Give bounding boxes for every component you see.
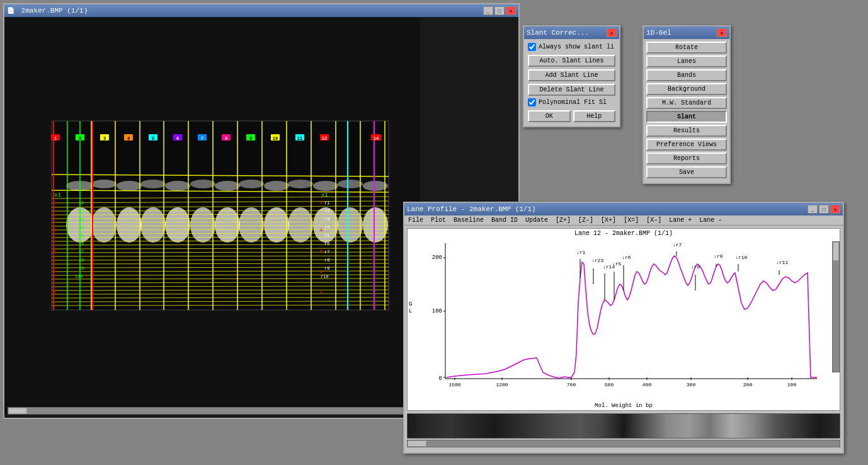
svg-text:1500: 1500 — [448, 382, 460, 388]
slant-dialog-close-button[interactable]: ✕ — [607, 28, 617, 37]
lane-profile-titlebar: Lane Profile - 2maker.BMP (1/1) _ □ ✕ — [404, 203, 843, 215]
slant-ok-button[interactable]: OK — [528, 110, 571, 122]
preference-views-button[interactable]: Preference Views — [646, 139, 727, 151]
always-show-slant-checkbox[interactable] — [528, 43, 536, 51]
svg-point-22 — [239, 180, 264, 188]
svg-text:1200: 1200 — [496, 382, 508, 388]
svg-text:200: 200 — [743, 382, 753, 388]
svg-text:r2: r2 — [324, 209, 329, 214]
main-window-title: 📄 2maker.BMP (1/1) — [7, 7, 88, 14]
svg-text:5: 5 — [152, 136, 154, 141]
svg-text:0: 0 — [439, 376, 442, 382]
menu-x-equal[interactable]: [X=] — [622, 216, 640, 224]
svg-point-27 — [363, 181, 388, 191]
chart-title: Lane 12 - 2maker.BMP (1/1) — [408, 229, 840, 238]
svg-point-17 — [117, 181, 142, 191]
svg-text:+: + — [52, 227, 56, 234]
rotate-button[interactable]: Rotate — [646, 42, 727, 54]
svg-text:r7: r7 — [324, 250, 329, 255]
main-scrollbar-thumb[interactable] — [8, 408, 27, 414]
svg-point-21 — [215, 181, 240, 191]
slant-help-button[interactable]: Help — [573, 110, 616, 122]
menu-x-minus[interactable]: [X-] — [645, 216, 663, 224]
maximize-button[interactable]: □ — [494, 6, 505, 15]
menu-zoom-out[interactable]: [Z-] — [577, 216, 595, 224]
slant-button[interactable]: Slant — [646, 111, 727, 123]
lane-profile-close-button[interactable]: ✕ — [830, 205, 840, 214]
svg-text:s10: s10 — [75, 274, 83, 279]
svg-text:+: + — [52, 248, 56, 255]
menu-zoom-in[interactable]: [Z+] — [554, 216, 572, 224]
svg-point-14 — [363, 207, 388, 243]
gel-panel-titlebar: 1D-Gel ✕ — [644, 26, 729, 39]
menu-plot[interactable]: Plot — [430, 216, 447, 224]
always-show-checkbox-row: Always show slant li — [528, 43, 615, 51]
menu-update[interactable]: Update — [524, 216, 549, 224]
gel-panel-title: 1D-Gel — [646, 29, 671, 37]
svg-text:10: 10 — [273, 136, 278, 141]
svg-text:11: 11 — [297, 136, 302, 141]
svg-text:700: 700 — [567, 382, 576, 388]
close-button[interactable]: ✕ — [506, 6, 516, 15]
svg-text:300: 300 — [687, 382, 696, 388]
svg-text:+: + — [52, 200, 56, 207]
svg-text:s2: s2 — [79, 209, 84, 214]
svg-text:+: + — [319, 289, 323, 296]
svg-text:400: 400 — [642, 382, 652, 388]
always-show-slant-label: Always show slant li — [539, 43, 614, 50]
polynomial-fit-checkbox[interactable] — [528, 98, 536, 106]
background-button[interactable]: Background — [646, 83, 727, 95]
svg-text:+: + — [52, 269, 56, 276]
slant-dialog-title: Slant Correc... — [527, 29, 589, 37]
svg-text:14: 14 — [374, 136, 379, 141]
svg-text:1: 1 — [54, 136, 57, 141]
menu-band-id[interactable]: Band ID — [490, 216, 519, 224]
gel-panel-close-button[interactable]: ✕ — [717, 28, 727, 37]
lane-profile-controls: _ □ ✕ — [808, 205, 840, 214]
menu-baseline[interactable]: Baseline — [452, 216, 485, 224]
svg-text:↓r5: ↓r5 — [612, 261, 622, 267]
svg-text:+: + — [319, 227, 323, 234]
menu-lane-minus[interactable]: Lane - — [698, 216, 723, 224]
slant-dialog-content: Always show slant li Auto. Slant Lines A… — [524, 39, 619, 126]
menu-x-plus[interactable]: [X+] — [600, 216, 617, 224]
add-slant-line-button[interactable]: Add Slant Line — [528, 69, 615, 81]
gel-strip — [407, 413, 840, 439]
lane-profile-minimize-button[interactable]: _ — [808, 205, 818, 214]
minimize-button[interactable]: _ — [483, 6, 493, 15]
svg-text:200: 200 — [432, 255, 442, 261]
chart-area: Lane 12 - 2maker.BMP (1/1) GL 200 100 0 … — [407, 228, 840, 411]
main-window-titlebar: 📄 2maker.BMP (1/1) _ □ ✕ — [4, 4, 518, 17]
gel-panel-content: Rotate Lanes Bands Background M.W. Stand… — [644, 39, 729, 183]
lane-profile-maximize-button[interactable]: □ — [819, 205, 829, 214]
svg-text:+: + — [52, 289, 56, 296]
slant-correction-dialog: Slant Correc... ✕ Always show slant li A… — [523, 25, 620, 127]
svg-text:s8: s8 — [79, 258, 84, 263]
svg-text:s7: s7 — [79, 250, 84, 255]
svg-text:r6: r6 — [324, 241, 329, 246]
save-button[interactable]: Save — [646, 166, 727, 178]
auto-slant-lines-button[interactable]: Auto. Slant Lines — [528, 55, 615, 67]
svg-text:100: 100 — [432, 308, 442, 314]
svg-text:s6: s6 — [79, 241, 84, 246]
chart-horizontal-scrollbar-thumb[interactable] — [408, 440, 426, 447]
menu-lane-plus[interactable]: Lane + — [668, 216, 693, 224]
lanes-button[interactable]: Lanes — [646, 55, 727, 67]
delete-slant-line-button[interactable]: Delete Slant Line — [528, 84, 615, 96]
mw-standard-button[interactable]: M.W. Standard — [646, 97, 727, 109]
svg-point-26 — [338, 180, 363, 188]
chart-horizontal-scrollbar[interactable] — [407, 440, 840, 447]
chart-vertical-scrollbar-thumb[interactable] — [833, 242, 839, 261]
svg-text:4: 4 — [127, 136, 130, 141]
results-button[interactable]: Results — [646, 125, 727, 137]
gel-image-svg: 1 2 3 4 5 6 7 8 9 10 11 12 14 — [4, 17, 420, 414]
lane-profile-window: Lane Profile - 2maker.BMP (1/1) _ □ ✕ Fi… — [403, 202, 844, 454]
menu-file[interactable]: File — [407, 216, 425, 224]
chart-vertical-scrollbar[interactable] — [832, 241, 840, 372]
svg-text:x1: x1 — [321, 192, 328, 198]
svg-text:8: 8 — [225, 136, 227, 141]
bands-button[interactable]: Bands — [646, 69, 727, 81]
polynomial-fit-label: Polynominal Fit Sl — [539, 99, 607, 106]
reports-button[interactable]: Reports — [646, 152, 727, 164]
svg-text:7: 7 — [201, 136, 203, 141]
